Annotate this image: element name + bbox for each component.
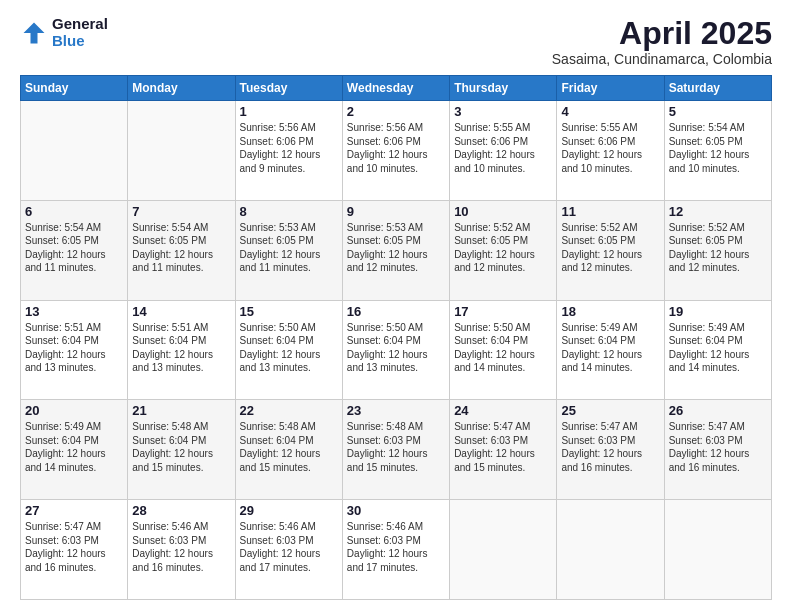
day-number: 18 xyxy=(561,304,659,319)
calendar-cell: 22Sunrise: 5:48 AMSunset: 6:04 PMDayligh… xyxy=(235,400,342,500)
cell-daylight-info: Sunrise: 5:54 AMSunset: 6:05 PMDaylight:… xyxy=(25,221,123,275)
calendar-cell: 27Sunrise: 5:47 AMSunset: 6:03 PMDayligh… xyxy=(21,500,128,600)
cell-daylight-info: Sunrise: 5:49 AMSunset: 6:04 PMDaylight:… xyxy=(25,420,123,474)
day-number: 8 xyxy=(240,204,338,219)
cell-daylight-info: Sunrise: 5:48 AMSunset: 6:04 PMDaylight:… xyxy=(240,420,338,474)
day-number: 10 xyxy=(454,204,552,219)
calendar-cell: 2Sunrise: 5:56 AMSunset: 6:06 PMDaylight… xyxy=(342,101,449,201)
cell-daylight-info: Sunrise: 5:55 AMSunset: 6:06 PMDaylight:… xyxy=(561,121,659,175)
cell-daylight-info: Sunrise: 5:50 AMSunset: 6:04 PMDaylight:… xyxy=(347,321,445,375)
day-number: 1 xyxy=(240,104,338,119)
calendar-cell: 29Sunrise: 5:46 AMSunset: 6:03 PMDayligh… xyxy=(235,500,342,600)
calendar-week-3: 13Sunrise: 5:51 AMSunset: 6:04 PMDayligh… xyxy=(21,300,772,400)
calendar-cell: 1Sunrise: 5:56 AMSunset: 6:06 PMDaylight… xyxy=(235,101,342,201)
calendar-cell: 12Sunrise: 5:52 AMSunset: 6:05 PMDayligh… xyxy=(664,200,771,300)
day-number: 19 xyxy=(669,304,767,319)
weekday-header-tuesday: Tuesday xyxy=(235,76,342,101)
calendar-cell: 28Sunrise: 5:46 AMSunset: 6:03 PMDayligh… xyxy=(128,500,235,600)
cell-daylight-info: Sunrise: 5:54 AMSunset: 6:05 PMDaylight:… xyxy=(669,121,767,175)
weekday-header-thursday: Thursday xyxy=(450,76,557,101)
calendar-cell: 13Sunrise: 5:51 AMSunset: 6:04 PMDayligh… xyxy=(21,300,128,400)
calendar-cell: 25Sunrise: 5:47 AMSunset: 6:03 PMDayligh… xyxy=(557,400,664,500)
day-number: 26 xyxy=(669,403,767,418)
day-number: 29 xyxy=(240,503,338,518)
cell-daylight-info: Sunrise: 5:53 AMSunset: 6:05 PMDaylight:… xyxy=(240,221,338,275)
svg-marker-0 xyxy=(24,22,45,43)
cell-daylight-info: Sunrise: 5:52 AMSunset: 6:05 PMDaylight:… xyxy=(561,221,659,275)
cell-daylight-info: Sunrise: 5:47 AMSunset: 6:03 PMDaylight:… xyxy=(454,420,552,474)
cell-daylight-info: Sunrise: 5:46 AMSunset: 6:03 PMDaylight:… xyxy=(347,520,445,574)
calendar-cell: 8Sunrise: 5:53 AMSunset: 6:05 PMDaylight… xyxy=(235,200,342,300)
cell-daylight-info: Sunrise: 5:49 AMSunset: 6:04 PMDaylight:… xyxy=(561,321,659,375)
day-number: 22 xyxy=(240,403,338,418)
calendar-cell: 18Sunrise: 5:49 AMSunset: 6:04 PMDayligh… xyxy=(557,300,664,400)
day-number: 4 xyxy=(561,104,659,119)
day-number: 16 xyxy=(347,304,445,319)
calendar-cell: 14Sunrise: 5:51 AMSunset: 6:04 PMDayligh… xyxy=(128,300,235,400)
calendar-cell: 21Sunrise: 5:48 AMSunset: 6:04 PMDayligh… xyxy=(128,400,235,500)
page: General Blue April 2025 Sasaima, Cundina… xyxy=(0,0,792,612)
calendar-table: SundayMondayTuesdayWednesdayThursdayFrid… xyxy=(20,75,772,600)
logo-icon xyxy=(20,19,48,47)
cell-daylight-info: Sunrise: 5:56 AMSunset: 6:06 PMDaylight:… xyxy=(347,121,445,175)
calendar-week-2: 6Sunrise: 5:54 AMSunset: 6:05 PMDaylight… xyxy=(21,200,772,300)
cell-daylight-info: Sunrise: 5:56 AMSunset: 6:06 PMDaylight:… xyxy=(240,121,338,175)
cell-daylight-info: Sunrise: 5:51 AMSunset: 6:04 PMDaylight:… xyxy=(132,321,230,375)
day-number: 2 xyxy=(347,104,445,119)
cell-daylight-info: Sunrise: 5:53 AMSunset: 6:05 PMDaylight:… xyxy=(347,221,445,275)
calendar-cell: 16Sunrise: 5:50 AMSunset: 6:04 PMDayligh… xyxy=(342,300,449,400)
day-number: 25 xyxy=(561,403,659,418)
calendar-cell: 3Sunrise: 5:55 AMSunset: 6:06 PMDaylight… xyxy=(450,101,557,201)
cell-daylight-info: Sunrise: 5:54 AMSunset: 6:05 PMDaylight:… xyxy=(132,221,230,275)
calendar-week-4: 20Sunrise: 5:49 AMSunset: 6:04 PMDayligh… xyxy=(21,400,772,500)
calendar-cell xyxy=(21,101,128,201)
day-number: 3 xyxy=(454,104,552,119)
calendar-cell: 6Sunrise: 5:54 AMSunset: 6:05 PMDaylight… xyxy=(21,200,128,300)
day-number: 30 xyxy=(347,503,445,518)
weekday-header-wednesday: Wednesday xyxy=(342,76,449,101)
day-number: 7 xyxy=(132,204,230,219)
logo: General Blue xyxy=(20,16,108,49)
day-number: 11 xyxy=(561,204,659,219)
cell-daylight-info: Sunrise: 5:50 AMSunset: 6:04 PMDaylight:… xyxy=(240,321,338,375)
location-subtitle: Sasaima, Cundinamarca, Colombia xyxy=(552,51,772,67)
calendar-cell: 5Sunrise: 5:54 AMSunset: 6:05 PMDaylight… xyxy=(664,101,771,201)
weekday-header-saturday: Saturday xyxy=(664,76,771,101)
cell-daylight-info: Sunrise: 5:47 AMSunset: 6:03 PMDaylight:… xyxy=(25,520,123,574)
day-number: 28 xyxy=(132,503,230,518)
calendar-cell: 19Sunrise: 5:49 AMSunset: 6:04 PMDayligh… xyxy=(664,300,771,400)
cell-daylight-info: Sunrise: 5:46 AMSunset: 6:03 PMDaylight:… xyxy=(240,520,338,574)
weekday-header-sunday: Sunday xyxy=(21,76,128,101)
calendar-cell xyxy=(128,101,235,201)
cell-daylight-info: Sunrise: 5:46 AMSunset: 6:03 PMDaylight:… xyxy=(132,520,230,574)
calendar-cell: 26Sunrise: 5:47 AMSunset: 6:03 PMDayligh… xyxy=(664,400,771,500)
weekday-header-friday: Friday xyxy=(557,76,664,101)
header: General Blue April 2025 Sasaima, Cundina… xyxy=(20,16,772,67)
day-number: 13 xyxy=(25,304,123,319)
day-number: 9 xyxy=(347,204,445,219)
cell-daylight-info: Sunrise: 5:50 AMSunset: 6:04 PMDaylight:… xyxy=(454,321,552,375)
calendar-cell: 15Sunrise: 5:50 AMSunset: 6:04 PMDayligh… xyxy=(235,300,342,400)
cell-daylight-info: Sunrise: 5:47 AMSunset: 6:03 PMDaylight:… xyxy=(561,420,659,474)
calendar-week-5: 27Sunrise: 5:47 AMSunset: 6:03 PMDayligh… xyxy=(21,500,772,600)
weekday-header-monday: Monday xyxy=(128,76,235,101)
day-number: 12 xyxy=(669,204,767,219)
day-number: 23 xyxy=(347,403,445,418)
month-title: April 2025 xyxy=(552,16,772,51)
logo-blue: Blue xyxy=(52,33,108,50)
calendar-cell: 10Sunrise: 5:52 AMSunset: 6:05 PMDayligh… xyxy=(450,200,557,300)
calendar-cell: 23Sunrise: 5:48 AMSunset: 6:03 PMDayligh… xyxy=(342,400,449,500)
calendar-cell xyxy=(664,500,771,600)
cell-daylight-info: Sunrise: 5:47 AMSunset: 6:03 PMDaylight:… xyxy=(669,420,767,474)
cell-daylight-info: Sunrise: 5:51 AMSunset: 6:04 PMDaylight:… xyxy=(25,321,123,375)
cell-daylight-info: Sunrise: 5:48 AMSunset: 6:03 PMDaylight:… xyxy=(347,420,445,474)
day-number: 24 xyxy=(454,403,552,418)
day-number: 20 xyxy=(25,403,123,418)
day-number: 21 xyxy=(132,403,230,418)
calendar-cell: 11Sunrise: 5:52 AMSunset: 6:05 PMDayligh… xyxy=(557,200,664,300)
title-block: April 2025 Sasaima, Cundinamarca, Colomb… xyxy=(552,16,772,67)
calendar-cell: 9Sunrise: 5:53 AMSunset: 6:05 PMDaylight… xyxy=(342,200,449,300)
calendar-cell xyxy=(450,500,557,600)
cell-daylight-info: Sunrise: 5:55 AMSunset: 6:06 PMDaylight:… xyxy=(454,121,552,175)
calendar-cell: 7Sunrise: 5:54 AMSunset: 6:05 PMDaylight… xyxy=(128,200,235,300)
